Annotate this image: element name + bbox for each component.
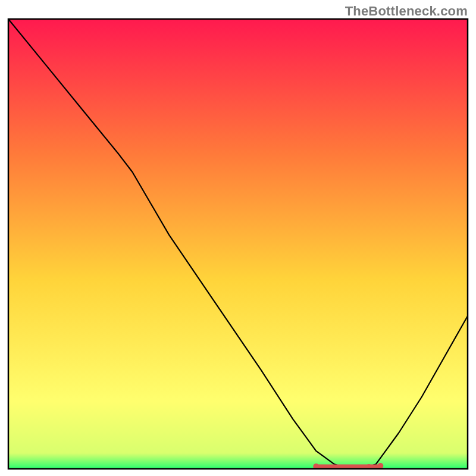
svg-point-3 <box>377 463 383 469</box>
chart-svg <box>7 18 469 470</box>
watermark-text: TheBottleneck.com <box>345 4 468 19</box>
chart-container <box>7 18 469 470</box>
chart-background <box>8 19 468 469</box>
